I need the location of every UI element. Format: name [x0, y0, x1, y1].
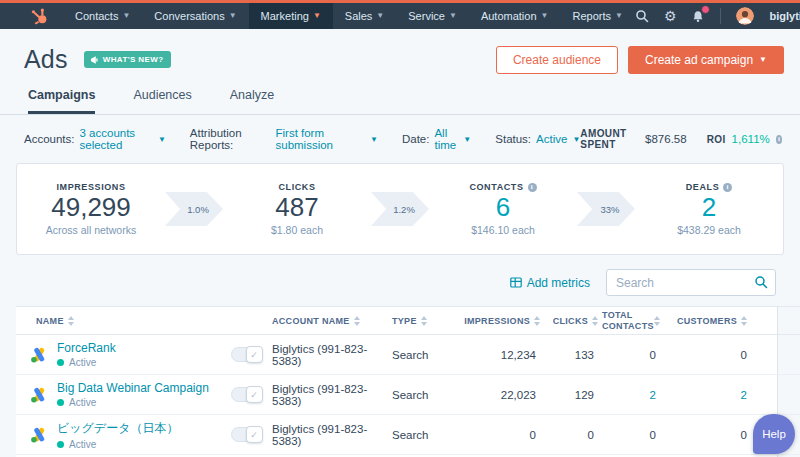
sort-icon — [68, 316, 74, 326]
account-menu[interactable]: biglytics.net ▼ — [769, 10, 800, 22]
filter-value: All time — [434, 127, 458, 151]
campaign-name-link[interactable]: ForceRank — [57, 341, 116, 355]
nav-menu: Contacts ▼ Conversations ▼ Marketing ▼ S… — [63, 3, 635, 29]
chevron-down-icon: ▼ — [463, 135, 471, 144]
metric-label: IMPRESSIONS — [56, 182, 125, 192]
filter-dropdown[interactable]: Accounts: 3 accounts selected ▼ — [24, 127, 166, 151]
customers-cell[interactable]: 2 — [660, 389, 777, 401]
column-header-clicks[interactable]: CLICKS — [540, 316, 598, 326]
conversion-rate-arrow: 1.2% — [371, 192, 429, 226]
toggle-check-icon: ✓ — [246, 386, 263, 403]
google-ads-icon — [30, 386, 48, 404]
filter-label: Accounts: — [24, 133, 75, 145]
status-dot-icon — [57, 399, 64, 406]
chevron-down-icon: ▼ — [158, 135, 166, 144]
info-icon[interactable]: i — [723, 183, 732, 192]
nav-item[interactable]: Marketing ▼ — [249, 3, 333, 29]
campaign-name-link[interactable]: ビッグデータ（日本） — [57, 420, 178, 437]
filter-label: Date: — [402, 133, 430, 145]
info-icon[interactable]: i — [776, 135, 782, 144]
campaign-toggle[interactable]: ✓ — [231, 427, 263, 442]
search-icon[interactable] — [635, 9, 649, 23]
filter-label: Status: — [495, 133, 531, 145]
search-icon[interactable] — [754, 275, 768, 292]
search-input[interactable] — [606, 269, 776, 296]
gear-icon[interactable]: ⚙ — [664, 9, 677, 23]
conversion-rate-label: 1.0% — [187, 204, 209, 215]
metric-value: 49,299 — [31, 192, 151, 223]
add-metrics-link[interactable]: Add metrics — [510, 276, 590, 290]
avatar[interactable] — [736, 7, 754, 25]
hubspot-logo[interactable] — [30, 6, 49, 26]
filter-value: First form submission — [275, 127, 365, 151]
account-name-cell: Biglytics (991-823-5383) — [272, 423, 392, 447]
top-navigation: Contacts ▼ Conversations ▼ Marketing ▼ S… — [0, 0, 800, 29]
chevron-down-icon: ▼ — [572, 135, 580, 144]
campaign-toggle[interactable]: ✓ — [231, 387, 263, 402]
filter-dropdown[interactable]: Attribution Reports: First form submissi… — [190, 127, 378, 151]
nav-item-label: Conversations — [154, 10, 224, 22]
metrics-funnel-card: IMPRESSIONS 49,299 Across all networks 1… — [16, 163, 784, 255]
info-icon[interactable]: i — [528, 183, 537, 192]
clipped-next-column — [777, 375, 800, 414]
status-dot-icon — [57, 441, 64, 448]
nav-item[interactable]: Service ▼ — [396, 3, 469, 29]
funnel-metric: DEALS i 2 $438.29 each — [649, 182, 769, 235]
table-body: f ForceRank Active ✓ Biglytics (991-823-… — [16, 335, 800, 457]
table-row: f Big Data Webinar Campaign Active ✓ Big… — [16, 375, 800, 415]
clicks-cell: 0 — [540, 429, 598, 441]
column-header-total-contacts[interactable]: TOTAL CONTACTS — [598, 310, 660, 332]
table-row: f ビッグデータ（日本） Active ✓ Biglytics (991-823… — [16, 415, 800, 455]
column-header-customers[interactable]: CUSTOMERS — [660, 316, 777, 326]
column-header-impressions[interactable]: IMPRESSIONS — [480, 316, 540, 326]
filter-dropdown[interactable]: Date: All time ▼ — [402, 127, 471, 151]
filter-dropdown[interactable]: Status: Active ▼ — [495, 127, 580, 151]
total-contacts-cell[interactable]: 2 — [598, 389, 660, 401]
metric-label: CLICKS — [278, 182, 315, 192]
nav-item-label: Contacts — [75, 10, 118, 22]
sort-icon — [741, 316, 747, 326]
conversion-rate-arrow: 1.0% — [165, 192, 223, 226]
tab[interactable]: Campaigns — [28, 88, 95, 114]
create-audience-button[interactable]: Create audience — [496, 46, 618, 74]
whats-new-badge[interactable]: WHAT'S NEW? — [84, 51, 171, 68]
total-contacts-cell: 0 — [598, 429, 660, 441]
tab[interactable]: Analyze — [230, 88, 274, 114]
amount-spent-value: $876.58 — [645, 133, 687, 145]
nav-item-label: Marketing — [261, 10, 309, 22]
table-grid-icon — [510, 277, 522, 288]
campaign-status: Active — [57, 439, 178, 450]
tab-label: Campaigns — [28, 88, 95, 102]
column-header-name[interactable]: NAME — [16, 316, 221, 326]
google-ads-icon — [30, 426, 48, 444]
metric-value: 487 — [237, 192, 357, 223]
chevron-down-icon: ▼ — [229, 12, 237, 20]
create-ad-campaign-button[interactable]: Create ad campaign ▼ — [628, 46, 784, 74]
status-label: Active — [69, 357, 96, 368]
nav-item[interactable]: Sales ▼ — [333, 3, 396, 29]
impressions-cell: 12,234 — [480, 349, 540, 361]
campaign-toggle[interactable]: ✓ — [231, 347, 263, 362]
clipped-next-column — [777, 307, 800, 334]
conversion-rate-label: 1.2% — [393, 204, 415, 215]
metric-subtext: Across all networks — [31, 224, 151, 236]
conversion-rate-arrow: 33% — [577, 192, 635, 226]
nav-item[interactable]: Contacts ▼ — [63, 3, 142, 29]
bell-icon[interactable] — [691, 9, 705, 23]
chevron-down-icon: ▼ — [541, 12, 549, 20]
account-name-label: biglytics.net — [769, 10, 800, 22]
page-title: Ads — [24, 45, 68, 74]
help-button[interactable]: Help — [753, 414, 795, 454]
status-dot-icon — [57, 359, 64, 366]
nav-item[interactable]: Conversations ▼ — [142, 3, 248, 29]
conversion-rate-label: 33% — [600, 204, 619, 215]
column-header-account-name[interactable]: ACCOUNT NAME — [272, 316, 392, 326]
filter-label: Attribution Reports: — [190, 127, 271, 151]
roi-value: 1,611% — [732, 133, 770, 145]
nav-item[interactable]: Reports ▼ — [560, 3, 634, 29]
campaign-name-link[interactable]: Big Data Webinar Campaign — [57, 381, 209, 395]
chevron-down-icon: ▼ — [313, 12, 321, 20]
tab[interactable]: Audiences — [133, 88, 191, 114]
nav-item[interactable]: Automation ▼ — [469, 3, 561, 29]
nav-divider — [720, 8, 721, 24]
